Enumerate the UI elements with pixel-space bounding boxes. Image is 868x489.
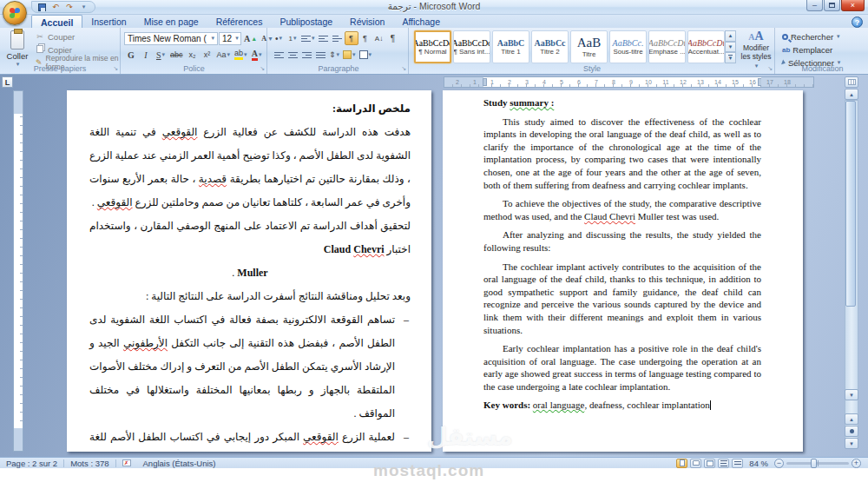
sort-button[interactable]: A↓ (372, 31, 386, 45)
style-card-normal[interactable]: AaBbCcDc¶ Normal (414, 30, 451, 63)
align-right-button[interactable] (299, 48, 313, 62)
change-styles-button[interactable]: AA Modifier les styles ▾ (740, 30, 773, 66)
styles-group: AaBbCcDc¶ NormalAaBbCcDc¶ Sans int...AaB… (410, 28, 775, 74)
align-center-button[interactable] (286, 48, 299, 62)
zoom-in-button[interactable]: + (852, 459, 861, 468)
maximize-button[interactable] (824, 0, 840, 11)
indent-marker-left[interactable] (483, 78, 487, 86)
horizontal-ruler[interactable]: 21 12345678910111213141516 1718 (444, 76, 814, 88)
numbering-button[interactable]: 1▾ (286, 31, 299, 45)
double-up-icon: ▲ (849, 417, 854, 422)
zoom-level[interactable]: 84 % (746, 459, 772, 468)
italic-button[interactable]: I (139, 48, 153, 62)
view-outline-button[interactable] (718, 459, 729, 468)
style-card-accentuat[interactable]: AaBbCcDtAccentuat... (687, 30, 725, 63)
view-draft-button[interactable] (732, 459, 743, 468)
style-card-sans-int[interactable]: AaBbCcDc¶ Sans int... (453, 30, 490, 63)
tab-accueil[interactable]: Accueil (31, 15, 82, 28)
tab-stop-selector[interactable]: L (2, 76, 13, 88)
double-down-icon: ▼ (849, 441, 854, 446)
paragraph-dialog-launcher[interactable]: ↘ (401, 65, 406, 72)
highlight-button[interactable]: ab▾ (233, 48, 249, 62)
text-cursor (710, 400, 711, 410)
office-button[interactable] (3, 1, 27, 25)
style-card-sous-titre[interactable]: AaBbCc.Sous-titre (609, 30, 647, 63)
font-dialog-launcher[interactable]: ↘ (260, 65, 265, 72)
vertical-ruler[interactable] (13, 90, 23, 452)
styles-gallery-expand[interactable]: ▼ (725, 52, 736, 63)
copy-icon (35, 45, 45, 55)
align-left-button[interactable] (272, 48, 286, 62)
font-family-select[interactable]: Times New Roman ( ▾ (124, 32, 218, 45)
bullets-button[interactable]: •▾ (272, 31, 286, 45)
justify-button[interactable] (313, 48, 327, 62)
subscript-button[interactable]: x₂ (186, 48, 200, 62)
change-case-button[interactable]: Aa▾ (215, 48, 233, 62)
scrollbar-thumb[interactable] (845, 101, 856, 307)
help-button[interactable]: ? (852, 17, 863, 28)
borders-button[interactable]: ▾ (358, 48, 374, 62)
cut-button[interactable]: ✂ Couper (35, 30, 120, 43)
bold-button[interactable]: G (124, 48, 138, 62)
minimize-button[interactable]: – (806, 0, 823, 11)
page-indicator[interactable]: Page : 2 sur 2 (0, 458, 63, 468)
styles-dialog-launcher[interactable]: ↘ (767, 65, 773, 72)
document-page-arabic[interactable]: ملخص الدراسة:هدفت هذه الدراسة للكشف عن ف… (67, 90, 431, 452)
ltr-direction-button[interactable]: ¶ (358, 31, 372, 45)
proofing-status[interactable]: ✗ (116, 458, 137, 468)
replace-button[interactable]: ab Remplacer (782, 43, 840, 56)
paste-button[interactable]: Coller ▾ (3, 30, 31, 69)
grow-font-button[interactable]: A▲ (242, 31, 259, 45)
style-card-titre-2[interactable]: AaBbCcTitre 2 (531, 30, 569, 63)
line-spacing-button[interactable]: ⇕▾ (327, 48, 341, 62)
style-preview: AaBbC (497, 38, 525, 48)
word-count[interactable]: Mots : 378 (64, 458, 115, 468)
scroll-up-button[interactable]: ▲ (845, 89, 858, 100)
tab-affichage[interactable]: Affichage (393, 15, 449, 28)
shading-button[interactable]: ▾ (341, 48, 358, 62)
find-button[interactable]: Rechercher ▾ (782, 30, 840, 43)
styles-scroll-down[interactable]: ▼ (725, 42, 736, 53)
ruler-toggle-button[interactable] (845, 76, 858, 88)
next-page-button[interactable]: ▼ (845, 438, 858, 449)
font-color-button[interactable]: A▾ (250, 48, 264, 62)
document-page-english[interactable]: Study summary :This study aimed to disco… (443, 90, 803, 452)
justify-icon (316, 50, 326, 60)
underline-button[interactable]: S▾ (154, 48, 168, 62)
view-fullscreen-button[interactable] (690, 459, 701, 468)
zoom-slider-thumb[interactable] (811, 459, 817, 468)
select-browse-object-button[interactable] (845, 426, 858, 437)
tab-références[interactable]: Références (207, 15, 272, 28)
tab-révision[interactable]: Révision (341, 15, 393, 28)
style-name: Sous-titre (613, 48, 642, 56)
multilevel-list-button[interactable]: ▾ (299, 31, 317, 45)
superscript-button[interactable]: x² (201, 48, 214, 62)
close-button[interactable]: × (841, 0, 865, 11)
increase-indent-button[interactable] (331, 31, 345, 45)
decrease-indent-button[interactable] (317, 31, 331, 45)
tab-insertion[interactable]: Insertion (82, 15, 135, 28)
paragraph: Muller . (89, 261, 411, 285)
zoom-slider[interactable] (786, 462, 849, 465)
previous-page-button[interactable]: ▲ (845, 413, 858, 425)
font-group: Times New Roman ( ▾ 12 ▾ A▲ A▼ G I S▾ ab… (122, 28, 267, 74)
shrink-font-icon: A (261, 35, 266, 43)
font-size-select[interactable]: 12 ▾ (219, 32, 241, 45)
style-card-emphase[interactable]: AaBbCcDtEmphase ... (648, 30, 686, 63)
rtl-direction-button[interactable]: ¶ (345, 31, 358, 45)
style-card-titre[interactable]: AaBTitre (570, 30, 608, 63)
view-print-layout-button[interactable] (676, 459, 687, 468)
styles-scroll-up[interactable]: ▲ (725, 30, 736, 42)
paragraph: –لعملية الزرع القوقعي المبكر دور إيجابي … (89, 426, 411, 452)
show-hide-marks-button[interactable]: ¶ (386, 31, 400, 45)
view-web-layout-button[interactable] (704, 459, 715, 468)
scroll-down-button[interactable]: ▼ (845, 389, 858, 400)
clipboard-dialog-launcher[interactable]: ↘ (113, 65, 118, 72)
style-card-titre-1[interactable]: AaBbCTitre 1 (492, 30, 529, 63)
zoom-out-button[interactable]: − (774, 459, 784, 468)
style-preview: AaBbCcDc (414, 38, 451, 48)
language-indicator[interactable]: Anglais (États-Unis) (137, 458, 222, 468)
tab-publipostage[interactable]: Publipostage (271, 15, 341, 28)
strikethrough-button[interactable]: abc (168, 48, 185, 62)
tab-mise-en-page[interactable]: Mise en page (135, 15, 207, 28)
